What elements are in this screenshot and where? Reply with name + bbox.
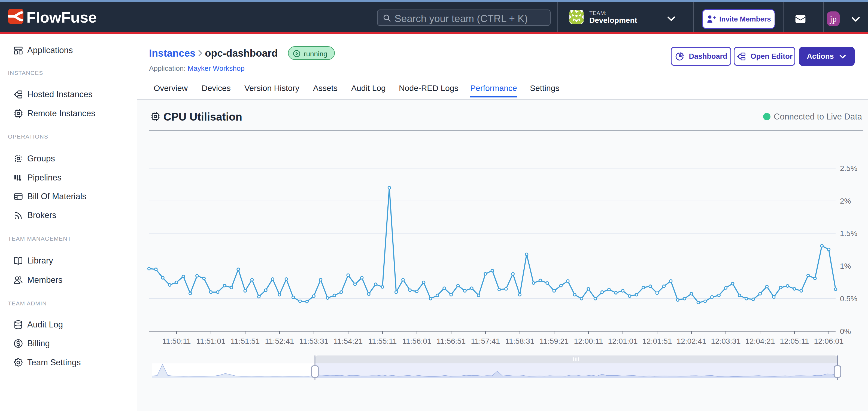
svg-text:11:56:01: 11:56:01	[402, 337, 432, 345]
svg-text:12:02:41: 12:02:41	[677, 337, 707, 345]
svg-text:2.5%: 2.5%	[840, 164, 857, 173]
svg-text:0.5%: 0.5%	[840, 295, 857, 303]
svg-text:11:53:31: 11:53:31	[300, 337, 329, 345]
svg-text:12:01:01: 12:01:01	[608, 337, 638, 345]
svg-text:1%: 1%	[840, 262, 851, 270]
svg-text:12:01:51: 12:01:51	[643, 337, 672, 345]
svg-text:12:00:11: 12:00:11	[574, 337, 603, 345]
svg-text:11:58:31: 11:58:31	[505, 337, 534, 345]
svg-text:11:52:41: 11:52:41	[265, 337, 294, 345]
svg-text:11:51:51: 11:51:51	[231, 337, 260, 345]
svg-text:12:04:21: 12:04:21	[745, 337, 775, 345]
svg-text:11:55:11: 11:55:11	[368, 337, 397, 345]
svg-text:11:54:21: 11:54:21	[334, 337, 363, 345]
svg-text:11:59:21: 11:59:21	[540, 337, 569, 345]
svg-text:11:50:11: 11:50:11	[162, 337, 191, 345]
svg-text:12:06:01: 12:06:01	[814, 337, 844, 345]
svg-text:1.5%: 1.5%	[840, 229, 857, 238]
svg-text:12:03:31: 12:03:31	[711, 337, 741, 345]
svg-text:0%: 0%	[840, 327, 851, 336]
svg-text:11:57:41: 11:57:41	[471, 337, 500, 345]
svg-text:12:05:11: 12:05:11	[780, 337, 809, 345]
svg-text:11:51:01: 11:51:01	[196, 337, 225, 345]
svg-text:11:56:51: 11:56:51	[437, 337, 466, 345]
svg-text:2%: 2%	[840, 197, 851, 205]
